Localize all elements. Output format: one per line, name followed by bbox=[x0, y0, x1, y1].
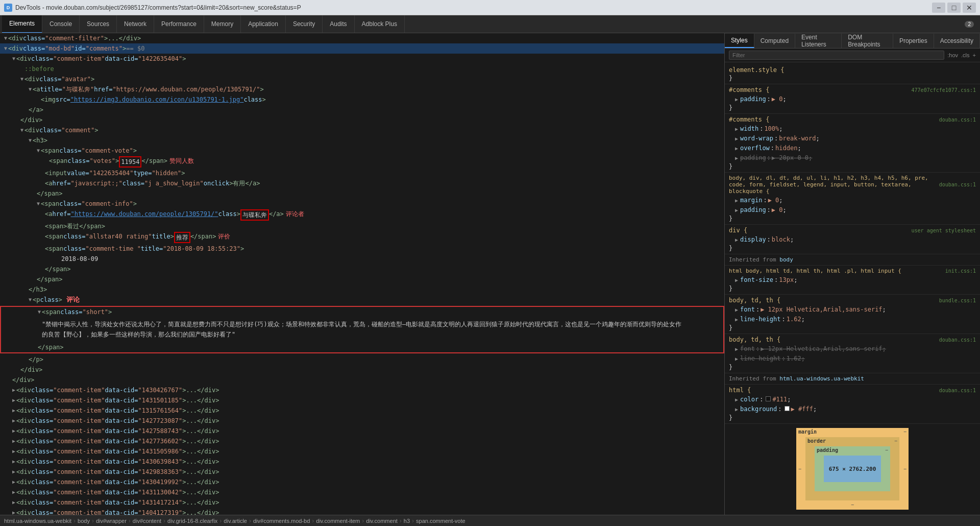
dom-line[interactable]: <a title="与碟私奔" href="https://www.douban… bbox=[0, 84, 724, 94]
dom-line[interactable]: <span class="comment-info"> bbox=[0, 199, 724, 209]
status-item-grid[interactable]: div.grid-16-8.clearfix bbox=[167, 518, 217, 524]
add-style-button[interactable]: + bbox=[973, 52, 976, 58]
dom-line[interactable]: <div class="comment-item" data-cid="1431… bbox=[0, 487, 724, 497]
tab-properties[interactable]: Properties bbox=[893, 34, 934, 48]
tab-memory[interactable]: Memory bbox=[204, 15, 241, 33]
minimize-button[interactable]: − bbox=[932, 3, 945, 13]
dom-line[interactable]: </span> bbox=[0, 188, 724, 199]
tab-elements[interactable]: Elements bbox=[2, 15, 42, 33]
dom-line[interactable]: ► ::before bbox=[0, 64, 724, 74]
status-item-body[interactable]: body bbox=[78, 518, 90, 524]
status-item-comment-vote[interactable]: span.comment-vote bbox=[416, 518, 465, 524]
tab-audits[interactable]: Audits bbox=[323, 15, 354, 33]
dom-line[interactable]: <div class="comment-item" data-cid="1430… bbox=[0, 385, 724, 395]
arrow-icon[interactable] bbox=[37, 146, 40, 155]
dom-line[interactable]: <div class="comment-item" data-cid="1427… bbox=[0, 436, 724, 446]
tab-styles[interactable]: Styles bbox=[725, 34, 754, 48]
arrow-icon[interactable] bbox=[12, 386, 15, 395]
dom-panel[interactable]: <div class="comment-filter">...</div> <d… bbox=[0, 33, 725, 515]
arrow-icon[interactable] bbox=[12, 396, 15, 405]
dom-line[interactable]: ► <span class="votes">11954</span>赞同人数 bbox=[0, 156, 724, 168]
color-swatch[interactable] bbox=[785, 406, 790, 411]
status-item-content[interactable]: div#content bbox=[133, 518, 161, 524]
dom-line[interactable]: <a href="https://www.douban.com/people/1… bbox=[0, 209, 724, 221]
tab-application[interactable]: Application bbox=[241, 15, 286, 33]
tab-sources[interactable]: Sources bbox=[80, 15, 117, 33]
arrow-icon[interactable] bbox=[29, 136, 32, 145]
hov-button[interactable]: :hov bbox=[947, 52, 958, 58]
dom-line[interactable]: <div class="comment-filter">...</div> bbox=[0, 33, 724, 43]
dom-line[interactable]: <div class="comment-item" data-cid="1427… bbox=[0, 416, 724, 426]
arrow-icon[interactable] bbox=[12, 406, 15, 415]
dom-line[interactable]: <div class="avatar"> bbox=[0, 74, 724, 84]
dom-line[interactable]: </p> bbox=[0, 354, 724, 365]
arrow-icon[interactable] bbox=[38, 307, 41, 317]
status-item-comments[interactable]: div#comments.mod-bd bbox=[253, 518, 310, 524]
dom-line[interactable]: <span class="comment-time " title="2018-… bbox=[0, 244, 724, 254]
status-item-article[interactable]: div.article bbox=[224, 518, 247, 524]
dom-line[interactable]: <h3> bbox=[0, 135, 724, 146]
dom-line[interactable]: <div class="comment-item" data-cid="1431… bbox=[0, 446, 724, 457]
dom-line[interactable]: <p class>评论 bbox=[0, 295, 724, 305]
dom-line[interactable]: <div class="comment-item" data-cid="1315… bbox=[0, 405, 724, 416]
dom-line[interactable]: </span> bbox=[0, 264, 724, 274]
tab-event-listeners[interactable]: Event Listeners bbox=[795, 34, 842, 48]
dom-line[interactable]: <span class="short"> bbox=[1, 307, 723, 317]
dom-line[interactable]: <div class="comment-item" data-cid="1431… bbox=[0, 395, 724, 405]
arrow-icon[interactable] bbox=[12, 426, 15, 436]
dom-line[interactable]: </a> bbox=[0, 105, 724, 115]
arrow-icon[interactable] bbox=[12, 437, 15, 446]
arrow-icon[interactable] bbox=[12, 467, 15, 476]
dom-line[interactable]: </span> bbox=[1, 342, 723, 352]
status-item-html[interactable]: html.ua-windows.ua-webkit bbox=[4, 518, 71, 524]
dom-line[interactable]: </div> bbox=[0, 115, 724, 125]
tab-adblock[interactable]: Adblock Plus bbox=[355, 15, 405, 33]
arrow-icon[interactable] bbox=[12, 508, 15, 515]
dom-line[interactable]: 2018-08-09 bbox=[0, 254, 724, 264]
tab-performance[interactable]: Performance bbox=[154, 15, 204, 33]
arrow-icon[interactable] bbox=[12, 488, 15, 497]
status-item-h3[interactable]: h3 bbox=[404, 518, 410, 524]
arrow-icon[interactable] bbox=[37, 199, 40, 208]
tab-security[interactable]: Security bbox=[286, 15, 323, 33]
arrow-icon[interactable] bbox=[4, 34, 7, 43]
tab-computed[interactable]: Computed bbox=[754, 34, 795, 48]
dom-line[interactable]: </span> bbox=[0, 274, 724, 284]
status-item-comment[interactable]: div.comment bbox=[366, 518, 398, 524]
tab-accessibility[interactable]: Accessibility bbox=[934, 34, 980, 48]
close-button[interactable]: ✕ bbox=[963, 3, 976, 13]
dom-line[interactable]: <div class="comment-item" data-cid="1422… bbox=[0, 54, 724, 64]
dom-line[interactable]: <span class="comment-vote"> bbox=[0, 146, 724, 156]
dom-line[interactable]: <div class="comment-item" data-cid="1430… bbox=[0, 457, 724, 467]
arrow-icon[interactable] bbox=[12, 447, 15, 456]
arrow-icon[interactable] bbox=[20, 126, 23, 135]
tab-dom-breakpoints[interactable]: DOM Breakpoints bbox=[842, 34, 893, 48]
color-swatch[interactable] bbox=[766, 396, 771, 401]
maximize-button[interactable]: □ bbox=[947, 3, 961, 13]
dom-line[interactable]: <div class="comment-item" data-cid="1427… bbox=[0, 426, 724, 436]
cls-button[interactable]: .cls bbox=[961, 52, 970, 58]
arrow-icon[interactable] bbox=[12, 54, 15, 63]
minus-icon[interactable]: − bbox=[903, 429, 906, 435]
tab-network[interactable]: Network bbox=[117, 15, 154, 33]
filter-input[interactable] bbox=[729, 51, 944, 60]
arrow-icon[interactable] bbox=[12, 457, 15, 466]
status-item-wrapper[interactable]: div#wrapper bbox=[96, 518, 127, 524]
dom-line[interactable]: <div class="comment-item" data-cid="1430… bbox=[0, 477, 724, 487]
dom-line[interactable]: <a href="javascript:;" class="j a_show_l… bbox=[0, 178, 724, 188]
tab-console[interactable]: Console bbox=[42, 15, 80, 33]
arrow-icon[interactable] bbox=[29, 85, 32, 94]
dom-line[interactable]: </div> bbox=[0, 365, 724, 375]
dom-line[interactable]: <div class="comment"> bbox=[0, 125, 724, 135]
arrow-icon[interactable] bbox=[20, 75, 23, 84]
highlighted-span-block[interactable]: <span class="short"> "禁锢中揭示人性，导演处女作还说太用心… bbox=[0, 306, 724, 353]
arrow-icon[interactable] bbox=[29, 295, 32, 304]
dom-line[interactable]: </div> bbox=[0, 375, 724, 385]
dom-line[interactable]: <span class="allstar40 rating" title>推荐<… bbox=[0, 231, 724, 244]
dom-line[interactable]: <div class="comment-item" data-cid="1431… bbox=[0, 497, 724, 508]
dom-line-selected[interactable]: <div class="mod-bd" id="comments"> == $0 bbox=[0, 43, 724, 54]
arrow-icon[interactable] bbox=[12, 416, 15, 425]
dom-line[interactable]: <div class="comment-item" data-cid="1429… bbox=[0, 467, 724, 477]
arrow-icon[interactable] bbox=[12, 477, 15, 487]
dom-line[interactable]: ► <img src="https://img3.doubanio.com/ic… bbox=[0, 94, 724, 105]
